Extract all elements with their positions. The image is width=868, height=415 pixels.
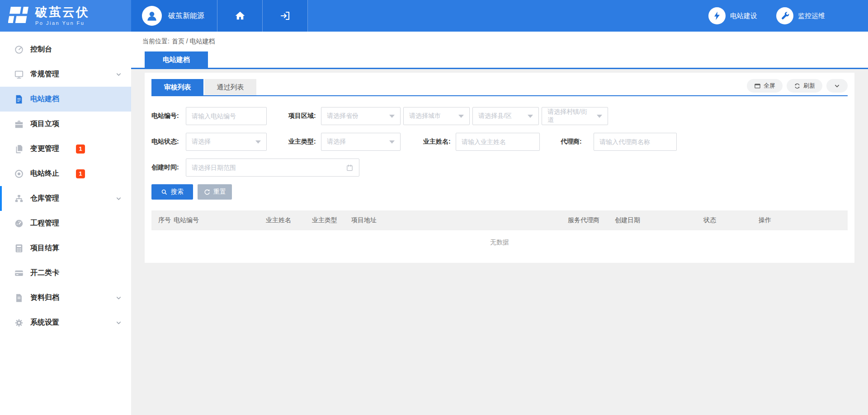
filter-form: 电站编号: 项目区域: 请选择省份 请选择城市: [151, 107, 848, 200]
window-icon: [754, 83, 761, 89]
sidebar-item-project-settlement[interactable]: 项目结算: [0, 236, 131, 261]
nav-label: 监控运维: [798, 12, 825, 20]
station-status-label: 电站状态:: [151, 138, 186, 146]
agent-label: 代理商:: [561, 138, 594, 146]
card-tab-bar: 审核列表 通过列表 全屏: [151, 79, 848, 96]
col-create-date: 创建日期: [615, 216, 703, 224]
sitemap-icon: [14, 193, 24, 204]
app-root: 破茧云伏 Po Jian Yun Fu 破茧新能源: [0, 0, 868, 415]
bankcard-icon: [14, 268, 24, 279]
col-index: 序号: [151, 216, 174, 224]
caret-down-icon: [255, 140, 261, 144]
content-card: 审核列表 通过列表 全屏: [145, 73, 854, 263]
col-service-agent: 服务代理商: [568, 216, 615, 224]
sidebar-item-project-initiation[interactable]: 项目立项: [0, 112, 131, 136]
caret-down-icon: [389, 115, 395, 118]
date-range-input[interactable]: [192, 164, 346, 171]
copy-icon: [14, 144, 24, 154]
user-menu[interactable]: 破茧新能源: [131, 0, 217, 32]
breadcrumb-label: 当前位置:: [142, 37, 170, 46]
sidebar-item-warehouse-mgmt[interactable]: 仓库管理: [0, 186, 131, 211]
reset-button[interactable]: 重置: [198, 184, 232, 200]
sidebar-item-data-archive[interactable]: 资料归档: [0, 285, 131, 310]
tab-station-filing[interactable]: 电站建档: [145, 51, 208, 68]
date-range-picker[interactable]: [186, 159, 359, 177]
station-status-select[interactable]: 请选择: [186, 133, 267, 151]
chevron-down-icon: [115, 294, 122, 301]
owner-name-label: 业主姓名:: [423, 138, 456, 146]
monitor-icon: [14, 69, 24, 80]
nav-monitoring-ops[interactable]: 监控运维: [776, 0, 825, 32]
breadcrumb: 当前位置: 首页 / 电站建档: [131, 32, 868, 51]
filter-actions: 搜索 重置: [151, 184, 848, 200]
caret-down-icon: [528, 115, 533, 118]
chevron-down-icon: [115, 195, 122, 202]
owner-name-input[interactable]: [456, 133, 540, 151]
main-content: 当前位置: 首页 / 电站建档 电站建档 审核列表 通过列表: [131, 32, 868, 415]
sidebar-item-engineering-mgmt[interactable]: 工程管理: [0, 211, 131, 236]
caret-down-icon: [458, 115, 464, 118]
login-arrow-icon: [280, 10, 291, 21]
home-button[interactable]: [217, 0, 263, 32]
card-toolbar: 全屏 刷新: [747, 79, 848, 95]
sidebar-item-open-type2-card[interactable]: 开二类卡: [0, 261, 131, 285]
empty-state: 无数据: [151, 230, 848, 247]
col-station-no: 电站编号: [174, 216, 266, 224]
wrench-icon: [776, 7, 793, 24]
sidebar-item-change-mgmt[interactable]: 变更管理 1: [0, 136, 131, 161]
briefcase-icon: [14, 119, 24, 130]
gear-icon: [14, 317, 24, 328]
company-name: 破茧新能源: [168, 11, 204, 21]
city-select[interactable]: 请选择城市: [403, 107, 470, 125]
owner-type-label: 业主类型:: [288, 138, 321, 146]
brand-logo-icon: [8, 5, 29, 26]
station-no-input[interactable]: [186, 107, 267, 125]
table-header-row: 序号 电站编号 业主姓名 业主类型 项目地址 服务代理商 创建日期 状态 操作: [151, 210, 848, 230]
owner-type-select[interactable]: 请选择: [321, 133, 401, 151]
brand-name: 破茧云伏: [35, 6, 90, 19]
top-nav: 破茧新能源 电站建设: [131, 0, 868, 32]
status-badge: 1: [76, 169, 85, 178]
sidebar-item-station-termination[interactable]: 电站终止 1: [0, 161, 131, 186]
col-actions: 操作: [759, 216, 848, 224]
document-icon: [14, 94, 24, 105]
town-select[interactable]: 请选择村镇/街道: [542, 107, 608, 125]
caret-down-icon: [597, 115, 602, 118]
calculator-icon: [14, 243, 24, 254]
nav-station-construction[interactable]: 电站建设: [708, 0, 757, 32]
col-project-address: 项目地址: [351, 216, 568, 224]
sidebar-item-system-settings[interactable]: 系统设置: [0, 310, 131, 335]
sidebar-item-console[interactable]: 控制台: [0, 37, 131, 62]
create-time-label: 创建时间:: [151, 163, 186, 172]
search-icon: [161, 189, 168, 196]
sidebar-item-station-filing[interactable]: 电站建档: [0, 87, 131, 112]
district-select[interactable]: 请选择县/区: [472, 107, 539, 125]
sidebar-item-general-mgmt[interactable]: 常规管理: [0, 62, 131, 87]
tab-review-list[interactable]: 审核列表: [151, 79, 203, 95]
caret-down-icon: [389, 140, 395, 144]
col-owner-type: 业主类型: [312, 216, 351, 224]
page-tab-bar: 电站建档: [131, 51, 868, 69]
col-status: 状态: [703, 216, 759, 224]
brand-subtitle: Po Jian Yun Fu: [35, 20, 90, 26]
fullscreen-button[interactable]: 全屏: [747, 79, 783, 93]
user-icon: [145, 9, 159, 23]
refresh-button[interactable]: 刷新: [787, 79, 822, 93]
refresh-icon: [794, 83, 801, 89]
home-icon: [234, 10, 246, 22]
dashboard-icon: [14, 218, 24, 229]
tab-approved-list[interactable]: 通过列表: [204, 79, 256, 95]
col-owner-name: 业主姓名: [266, 216, 312, 224]
login-exit-button[interactable]: [263, 0, 308, 32]
calendar-icon: [346, 164, 354, 172]
target-icon: [14, 168, 24, 179]
agent-input[interactable]: [594, 133, 677, 151]
province-select[interactable]: 请选择省份: [321, 107, 401, 125]
sidebar: 控制台 常规管理: [0, 32, 131, 415]
breadcrumb-path[interactable]: 首页 / 电站建档: [172, 37, 215, 46]
collapse-toggle-button[interactable]: [826, 79, 848, 93]
search-button[interactable]: 搜索: [151, 184, 193, 200]
avatar: [142, 6, 162, 26]
region-label: 项目区域:: [288, 112, 321, 120]
chevron-down-icon: [834, 83, 840, 89]
